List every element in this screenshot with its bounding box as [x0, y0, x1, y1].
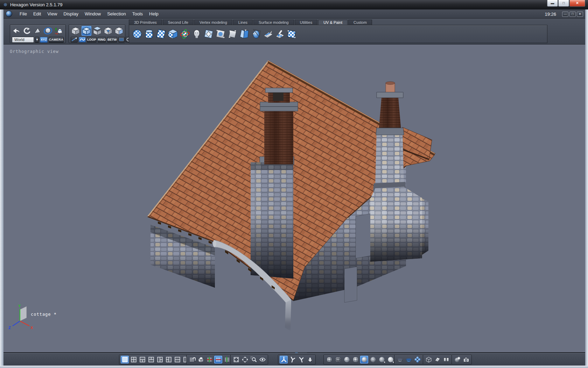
hexagon-logo-icon[interactable] [6, 11, 12, 17]
maximize-button[interactable]: □ [558, 0, 569, 7]
tab-3d-primitives[interactable]: 3D Primitives [129, 20, 162, 25]
select-faces-cube-icon[interactable] [92, 26, 102, 36]
ghost-helper-icon[interactable] [54, 26, 64, 36]
paint-on-plane-icon[interactable] [263, 29, 273, 39]
select-edges-cube-icon[interactable] [82, 26, 91, 36]
one-left-two-right-icon[interactable] [156, 356, 164, 363]
translate-manipulator-icon[interactable] [280, 356, 288, 363]
tab-vertex-modeling[interactable]: Vertex modeling [194, 20, 232, 25]
relax-uv-icon[interactable] [227, 29, 238, 39]
grid-xy-icon[interactable] [205, 356, 214, 363]
orbit-view-icon[interactable] [258, 356, 266, 363]
lasso-curve-icon[interactable] [79, 37, 86, 42]
snap-grid-icon[interactable] [188, 356, 196, 363]
tab-custom[interactable]: Custom [348, 20, 372, 25]
flat-shading-icon[interactable] [343, 356, 351, 363]
smooth-alt-icon[interactable] [378, 356, 386, 363]
tab-utilities[interactable]: Utilities [295, 20, 317, 25]
tab-lines[interactable]: Lines [233, 20, 253, 25]
menu-window[interactable]: Window [82, 10, 104, 18]
flip-uv-icon[interactable] [239, 29, 250, 39]
grid-y-icon[interactable] [223, 356, 231, 363]
multi-resolution-icon[interactable] [413, 356, 421, 363]
lock-grid-icon[interactable] [197, 356, 205, 363]
viewport-3d[interactable]: Y X Z Orthographic view cottage * [4, 44, 585, 353]
minimize-button[interactable]: ▬ [547, 0, 558, 7]
quad-view-icon[interactable] [130, 356, 138, 363]
menu-view[interactable]: View [44, 10, 60, 18]
half-sphere-smooth-icon[interactable] [405, 356, 413, 363]
loop-button[interactable]: LOOP [87, 37, 97, 42]
checker-preview-icon[interactable] [287, 29, 297, 39]
render-camera-icon[interactable] [462, 356, 470, 363]
display-group [394, 355, 423, 364]
render-sparkle-icon[interactable] [453, 356, 461, 363]
tab-surface-modeling[interactable]: Surface modeling [253, 20, 294, 25]
two-left-one-right-icon[interactable] [164, 356, 173, 363]
grid-group [186, 355, 233, 364]
select-object-cube-icon[interactable] [71, 26, 80, 36]
globe-uv-projection-icon[interactable] [180, 29, 190, 39]
unfold-mesh-icon[interactable] [191, 29, 202, 39]
menu-tools[interactable]: Tools [129, 10, 146, 18]
menu-selection[interactable]: Selection [104, 10, 129, 18]
hidden-line-icon[interactable] [334, 356, 342, 363]
select-points-cube-icon[interactable] [103, 26, 113, 36]
ghost-cube-icon[interactable] [425, 356, 433, 363]
axis-x-label: X [30, 326, 33, 330]
tab-uv-paint[interactable]: UV & Paint [318, 20, 348, 25]
menu-display[interactable]: Display [60, 10, 82, 18]
space-select[interactable]: World [12, 37, 34, 43]
grid-x-icon[interactable] [214, 356, 222, 363]
scale-manipulator-icon[interactable] [297, 356, 305, 363]
unfold-preview-icon[interactable] [433, 356, 441, 363]
tab-second-life[interactable]: Second Life [163, 20, 194, 25]
menu-help[interactable]: Help [146, 10, 162, 18]
history-group: World ▼ XYZ CAMERA [10, 25, 66, 43]
smooth-shading-icon[interactable] [360, 356, 368, 363]
axis-y-label: Y [18, 304, 21, 308]
fit-view-icon[interactable] [232, 356, 240, 363]
pan-view-icon[interactable] [241, 356, 249, 363]
bottom-toolbar [4, 353, 585, 366]
ring-sphere-icon[interactable] [43, 26, 53, 36]
close-button[interactable]: ✕ [569, 0, 585, 7]
paint-select-brush-icon[interactable] [71, 37, 78, 42]
stretch-uv-icon[interactable] [215, 29, 226, 39]
drop-to-ground-icon[interactable] [306, 356, 314, 363]
half-sphere-low-icon[interactable] [396, 356, 404, 363]
select-side-face-cube-icon[interactable] [114, 26, 124, 36]
paint-tools-icon[interactable] [275, 29, 285, 39]
camera-button[interactable]: CAMERA [49, 37, 64, 43]
uv-pages-icon[interactable] [442, 356, 450, 363]
redo-arrow-icon[interactable] [22, 26, 32, 36]
marquee-rect-icon[interactable] [118, 37, 125, 42]
menu-edit[interactable]: Edit [30, 10, 44, 18]
cylindrical-uv-icon[interactable] [144, 29, 154, 39]
pinch-uv-icon[interactable] [203, 29, 214, 39]
two-top-one-bottom-icon[interactable] [147, 356, 155, 363]
textured-wireframe-icon[interactable] [369, 356, 377, 363]
cubic-uv-icon[interactable] [168, 29, 178, 39]
single-view-icon[interactable] [121, 356, 129, 363]
shaded-wireframe-icon[interactable] [351, 356, 359, 363]
zoom-region-icon[interactable] [250, 356, 258, 363]
doc-minimize-button[interactable]: — [562, 12, 568, 17]
smooth-bright-icon[interactable] [386, 356, 394, 363]
undo-arrow-icon[interactable] [12, 26, 21, 36]
wireframe-icon[interactable] [325, 356, 333, 363]
two-rows-icon[interactable] [173, 356, 181, 363]
space-dropdown-button[interactable]: ▼ [35, 37, 39, 43]
one-top-two-bottom-icon[interactable] [138, 356, 146, 363]
cone-tool-icon[interactable] [33, 26, 42, 36]
rotate-manipulator-icon[interactable] [288, 356, 296, 363]
planar-uv-icon[interactable] [156, 29, 166, 39]
ring-button[interactable]: RING [98, 37, 106, 42]
doc-restore-button[interactable]: □ [569, 12, 576, 17]
betw-button[interactable]: BETW [107, 37, 117, 42]
doc-close-button[interactable]: ✕ [577, 12, 583, 17]
inflate-uv-icon[interactable] [251, 29, 261, 39]
menu-file[interactable]: File [16, 10, 30, 18]
spherical-uv-icon[interactable] [132, 29, 142, 39]
xyz-button[interactable]: XYZ [40, 37, 47, 43]
